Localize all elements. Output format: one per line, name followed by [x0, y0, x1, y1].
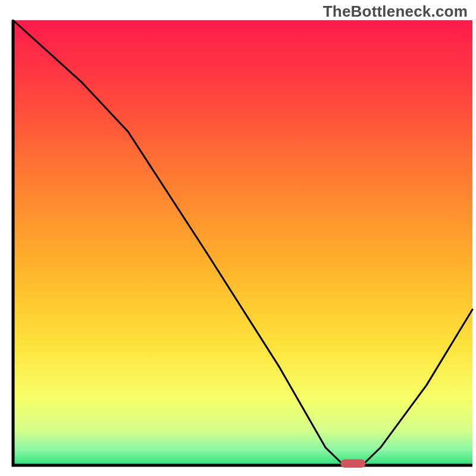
chart-svg: [0, 0, 476, 476]
optimal-marker: [340, 459, 365, 468]
bottleneck-chart: TheBottleneck.com: [0, 0, 476, 476]
watermark-text: TheBottleneck.com: [323, 2, 468, 21]
gradient-background: [13, 20, 472, 465]
